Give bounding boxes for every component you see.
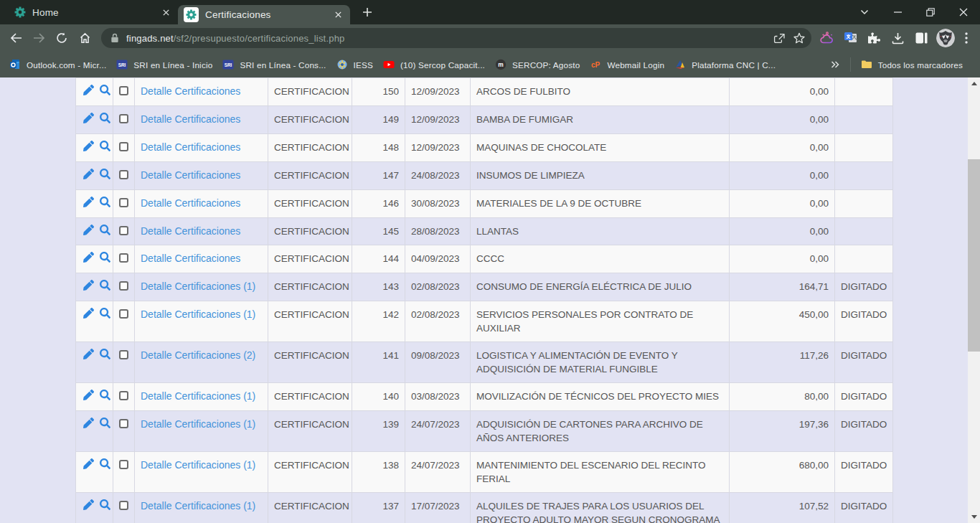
edit-pencil-icon[interactable] [83,458,94,469]
view-search-icon[interactable] [100,225,110,235]
bookmark-outlook[interactable]: Outlook.com - Micr... [4,55,111,75]
view-search-icon[interactable] [100,280,110,291]
tab-close-icon[interactable] [331,9,344,22]
row-checkbox[interactable] [119,142,128,151]
detalle-certificaciones-link[interactable]: Detalle Certificaciones (2) [141,349,255,361]
view-search-icon[interactable] [100,113,110,123]
detalle-certificaciones-link[interactable]: Detalle Certificaciones (1) [141,390,255,402]
tab-certificaciones[interactable]: Certificaciones [178,5,350,24]
window-restore-button[interactable] [914,0,947,24]
bookmark-sri-consultas[interactable]: SRI SRI en Línea - Cons... [217,55,331,75]
new-tab-button[interactable] [357,2,377,22]
edit-pencil-icon[interactable] [83,197,94,207]
monto-cell: 80,00 [730,383,835,411]
bookmark-sercop-capacit[interactable]: (10) Sercop Capacit... [378,55,490,75]
tab-search-chevron-icon[interactable] [848,0,881,24]
row-checkbox[interactable] [119,198,128,207]
edit-pencil-icon[interactable] [83,141,94,151]
estado-cell: DIGITADO [835,383,893,411]
detalle-certificaciones-link[interactable]: Detalle Certificaciones [141,197,240,209]
home-button[interactable] [75,28,95,48]
edit-pencil-icon[interactable] [83,349,94,359]
view-search-icon[interactable] [100,349,110,359]
view-search-icon[interactable] [100,308,110,319]
detalle-certificaciones-link[interactable]: Detalle Certificaciones [141,113,240,125]
edit-pencil-icon[interactable] [83,499,94,510]
view-search-icon[interactable] [100,252,110,263]
browser-menu-icon[interactable] [957,28,976,48]
address-bar[interactable]: fingads.net/sf2/presupuesto/certificacio… [101,28,811,48]
row-checkbox[interactable] [119,170,128,179]
view-search-icon[interactable] [100,169,110,179]
view-search-icon[interactable] [100,85,110,95]
edit-pencil-icon[interactable] [83,280,94,291]
reload-button[interactable] [52,28,72,48]
bookmark-sri-inicio[interactable]: SRI SRI en Línea - Inicio [111,55,217,75]
extensions-puzzle-icon[interactable] [862,28,886,48]
detalle-certificaciones-link[interactable]: Detalle Certificaciones (1) [141,418,255,430]
row-checkbox[interactable] [119,350,128,359]
edit-pencil-icon[interactable] [83,418,94,428]
detalle-certificaciones-link[interactable]: Detalle Certificaciones (1) [141,308,255,320]
edit-pencil-icon[interactable] [83,252,94,263]
view-search-icon[interactable] [100,197,110,207]
detalle-certificaciones-link[interactable]: Detalle Certificaciones [141,141,240,153]
extension-translate-icon[interactable] [839,28,862,48]
edit-pencil-icon[interactable] [83,169,94,179]
detalle-certificaciones-link[interactable]: Detalle Certificaciones (1) [141,500,255,512]
row-checkbox[interactable] [119,391,128,400]
detalle-certificaciones-link[interactable]: Detalle Certificaciones (1) [141,281,255,292]
row-checkbox[interactable] [119,114,128,123]
view-search-icon[interactable] [100,418,110,428]
bookmark-star-icon[interactable] [789,28,809,48]
bookmark-sercop-agosto[interactable]: m SERCOP: Agosto [490,55,585,75]
scrollbar-up-arrow[interactable] [968,77,980,90]
view-search-icon[interactable] [100,499,110,510]
tab-home[interactable]: Home [0,0,178,24]
page-scrollbar[interactable] [968,77,980,523]
edit-pencil-icon[interactable] [83,113,94,123]
profile-avatar[interactable] [933,28,957,48]
detalle-certificaciones-link[interactable]: Detalle Certificaciones [141,169,240,181]
view-search-icon[interactable] [100,458,110,469]
bookmarks-overflow-chevron[interactable] [826,55,844,74]
row-checkbox[interactable] [119,281,128,291]
window-minimize-button[interactable] [881,0,914,24]
tipo-cell: CERTIFICACION [268,452,352,493]
detalle-certificaciones-link[interactable]: Detalle Certificaciones [141,85,240,97]
row-checkbox[interactable] [119,419,128,428]
bookmark-webmail[interactable]: cP Webmail Login [585,55,669,75]
bookmark-iess[interactable]: IESS [331,55,378,75]
numero-cell: 144 [352,245,405,273]
back-button[interactable] [6,28,26,48]
edit-pencil-icon[interactable] [83,85,94,95]
scrollbar-down-arrow[interactable] [968,511,980,523]
view-search-icon[interactable] [100,141,110,151]
scrollbar-thumb[interactable] [968,159,980,352]
row-checkbox[interactable] [119,226,128,235]
row-checkbox[interactable] [119,253,128,263]
all-bookmarks-folder[interactable]: Todos los marcadores [857,55,967,75]
row-checkbox[interactable] [119,501,128,510]
detalle-cell: Detalle Certificaciones (2) [135,342,268,383]
detalle-certificaciones-link[interactable]: Detalle Certificaciones [141,253,240,264]
tab-close-icon[interactable] [159,6,172,19]
view-search-icon[interactable] [100,390,110,400]
row-checkbox[interactable] [119,460,128,469]
detalle-certificaciones-link[interactable]: Detalle Certificaciones (1) [141,459,255,471]
edit-pencil-icon[interactable] [83,390,94,400]
detalle-certificaciones-link[interactable]: Detalle Certificaciones [141,225,240,237]
forward-button[interactable] [29,28,49,48]
edit-pencil-icon[interactable] [83,308,94,319]
row-checkbox[interactable] [119,309,128,319]
side-panel-icon[interactable] [910,28,933,48]
edit-pencil-icon[interactable] [83,225,94,235]
row-checkbox[interactable] [119,86,128,95]
descripcion-cell: MATERIALES DE LA 9 DE OCTUBRE [471,189,730,217]
lock-icon[interactable] [110,33,119,43]
downloads-icon[interactable] [886,28,910,48]
extension-cloud-icon[interactable] [815,28,839,48]
bookmark-plataforma-cnc[interactable]: Plataforma CNC | C... [669,55,781,75]
share-icon[interactable] [769,28,789,48]
window-close-button[interactable] [947,0,980,24]
